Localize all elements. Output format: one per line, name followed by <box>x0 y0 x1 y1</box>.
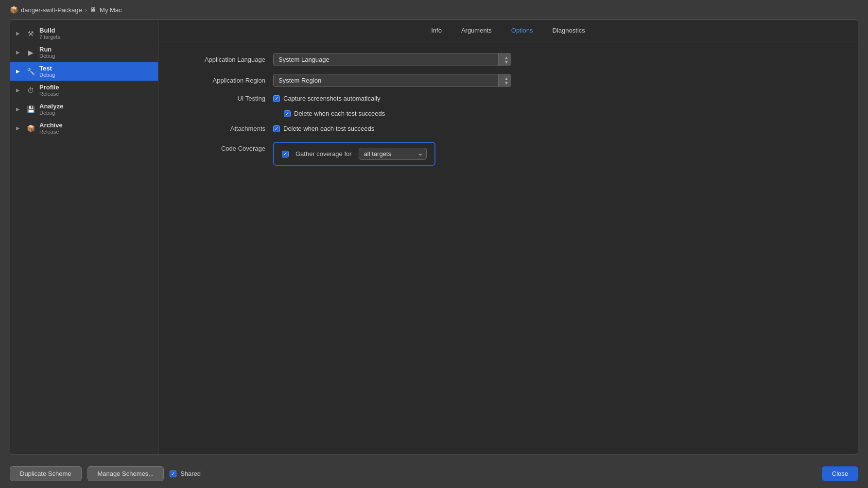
build-text: Build 7 targets <box>39 27 60 40</box>
checkmark-icon: ✓ <box>275 96 278 101</box>
gather-coverage-checkbox[interactable]: ✓ <box>282 151 289 157</box>
app-region-select[interactable]: System Region United States United Kingd… <box>273 74 511 87</box>
code-coverage-box: ✓ Gather coverage for all targets some t… <box>273 142 435 166</box>
expand-arrow-analyze: ▶ <box>16 106 22 112</box>
app-region-dropdown-container: System Region United States United Kingd… <box>273 74 511 87</box>
coverage-for-dropdown-wrap: all targets some targets no targets <box>359 148 427 160</box>
analyze-subtitle: Debug <box>39 110 63 116</box>
run-subtitle: Debug <box>39 53 55 59</box>
test-icon: 🔧 <box>26 67 35 76</box>
delete-on-success-checkbox[interactable]: ✓ <box>284 110 291 117</box>
code-coverage-label: Code Coverage <box>178 140 265 152</box>
analyze-icon: 💾 <box>26 105 35 114</box>
profile-text: Profile Release <box>39 84 59 97</box>
mac-label: My Mac <box>100 6 122 14</box>
app-language-row: Application Language System Language Eng… <box>178 53 838 66</box>
project-icon: 📦 <box>10 6 18 14</box>
capture-screenshots-wrap: ✓ Capture screenshots automatically <box>273 95 380 102</box>
checkmark-icon-4: ✓ <box>283 152 287 157</box>
test-title: Test <box>39 65 55 72</box>
dialog: ▶ ⚒ Build 7 targets ▶ ▶ Run Debug <box>10 19 858 454</box>
app-language-label: Application Language <box>178 56 265 63</box>
attachments-delete-checkbox[interactable]: ✓ <box>273 125 280 132</box>
duplicate-scheme-button[interactable]: Duplicate Scheme <box>10 466 82 481</box>
checkmark-icon-2: ✓ <box>285 111 289 116</box>
archive-title: Archive <box>39 122 63 129</box>
sidebar-item-test[interactable]: ▶ 🔧 Test Debug <box>10 62 158 81</box>
capture-screenshots-checkbox[interactable]: ✓ <box>273 95 280 102</box>
run-title: Run <box>39 46 55 53</box>
attachments-delete-label: Delete when each test succeeds <box>283 125 374 132</box>
sidebar-item-run[interactable]: ▶ ▶ Run Debug <box>10 43 158 62</box>
app-language-dropdown-container: System Language English French German Sp… <box>273 53 511 66</box>
app-language-value: System Language English French German Sp… <box>273 53 838 66</box>
analyze-text: Analyze Debug <box>39 103 63 116</box>
gather-coverage-wrap: ✓ <box>282 151 289 157</box>
close-button[interactable]: Close <box>822 466 858 481</box>
delete-on-success-label: Delete when each test succeeds <box>294 110 385 117</box>
test-text: Test Debug <box>39 65 55 78</box>
tabs-bar: Info Arguments Options Diagnostics <box>158 20 858 41</box>
delete-on-success-value: ✓ Delete when each test succeeds <box>273 110 838 117</box>
run-text: Run Debug <box>39 46 55 59</box>
archive-text: Archive Release <box>39 122 63 135</box>
expand-arrow-run: ▶ <box>16 50 22 55</box>
build-icon: ⚒ <box>26 29 35 38</box>
attachments-delete-wrap: ✓ Delete when each test succeeds <box>273 125 374 132</box>
bottom-bar: Duplicate Scheme Manage Schemes... ✓ Sha… <box>0 459 868 488</box>
sidebar-item-analyze[interactable]: ▶ 💾 Analyze Debug <box>10 100 158 119</box>
options-content: Application Language System Language Eng… <box>158 41 858 454</box>
expand-arrow-build: ▶ <box>16 31 22 36</box>
capture-screenshots-label: Capture screenshots automatically <box>283 95 380 102</box>
ui-testing-value: ✓ Capture screenshots automatically <box>273 95 838 102</box>
app-language-select[interactable]: System Language English French German Sp… <box>273 53 511 66</box>
tab-diagnostics[interactable]: Diagnostics <box>553 27 585 35</box>
shared-label: Shared <box>180 470 201 477</box>
ui-testing-label: UI Testing <box>178 95 265 102</box>
checkmark-icon-3: ✓ <box>275 126 278 131</box>
test-subtitle: Debug <box>39 72 55 78</box>
shared-wrap: ✓ Shared <box>170 470 201 477</box>
build-title: Build <box>39 27 60 34</box>
archive-icon: 📦 <box>26 123 35 133</box>
sidebar: ▶ ⚒ Build 7 targets ▶ ▶ Run Debug <box>10 20 158 454</box>
code-coverage-value: ✓ Gather coverage for all targets some t… <box>273 140 838 166</box>
sidebar-item-profile[interactable]: ▶ ⏱ Profile Release <box>10 81 158 100</box>
gather-coverage-label: Gather coverage for <box>295 150 352 157</box>
profile-title: Profile <box>39 84 59 91</box>
attachments-label: Attachments <box>178 125 265 132</box>
shared-checkbox[interactable]: ✓ <box>170 471 176 477</box>
tab-info[interactable]: Info <box>431 27 442 35</box>
delete-on-success-row: ✓ Delete when each test succeeds <box>178 110 838 117</box>
attachments-row: Attachments ✓ Delete when each test succ… <box>178 125 838 132</box>
project-name[interactable]: danger-swift-Package <box>21 6 82 14</box>
mac-icon: 🖥 <box>90 6 97 14</box>
app-region-value: System Region United States United Kingd… <box>273 74 838 87</box>
ui-testing-row: UI Testing ✓ Capture screenshots automat… <box>178 95 838 102</box>
profile-subtitle: Release <box>39 91 59 97</box>
tab-arguments[interactable]: Arguments <box>461 27 492 35</box>
build-subtitle: 7 targets <box>39 34 60 40</box>
run-icon: ▶ <box>26 48 35 57</box>
expand-arrow-archive: ▶ <box>16 125 22 131</box>
archive-subtitle: Release <box>39 129 63 135</box>
app-region-row: Application Region System Region United … <box>178 74 838 87</box>
expand-arrow-profile: ▶ <box>16 87 22 93</box>
delete-on-success-wrap: ✓ Delete when each test succeeds <box>284 110 385 117</box>
breadcrumb-chevron: › <box>85 6 87 14</box>
top-bar: 📦 danger-swift-Package › 🖥 My Mac <box>0 0 868 19</box>
right-panel: Info Arguments Options Diagnostics Appli… <box>158 20 858 454</box>
sidebar-item-archive[interactable]: ▶ 📦 Archive Release <box>10 119 158 138</box>
coverage-for-select[interactable]: all targets some targets no targets <box>359 148 427 160</box>
app-region-label: Application Region <box>178 77 265 84</box>
profile-icon: ⏱ <box>26 86 35 95</box>
tab-options[interactable]: Options <box>511 27 533 35</box>
attachments-value: ✓ Delete when each test succeeds <box>273 125 838 132</box>
expand-arrow-test: ▶ <box>16 69 22 74</box>
analyze-title: Analyze <box>39 103 63 110</box>
manage-schemes-button[interactable]: Manage Schemes... <box>87 466 164 481</box>
shared-checkmark: ✓ <box>171 471 175 476</box>
sidebar-item-build[interactable]: ▶ ⚒ Build 7 targets <box>10 24 158 43</box>
main-container: ▶ ⚒ Build 7 targets ▶ ▶ Run Debug <box>0 19 868 459</box>
code-coverage-row: Code Coverage ✓ Gather coverage for <box>178 140 838 166</box>
